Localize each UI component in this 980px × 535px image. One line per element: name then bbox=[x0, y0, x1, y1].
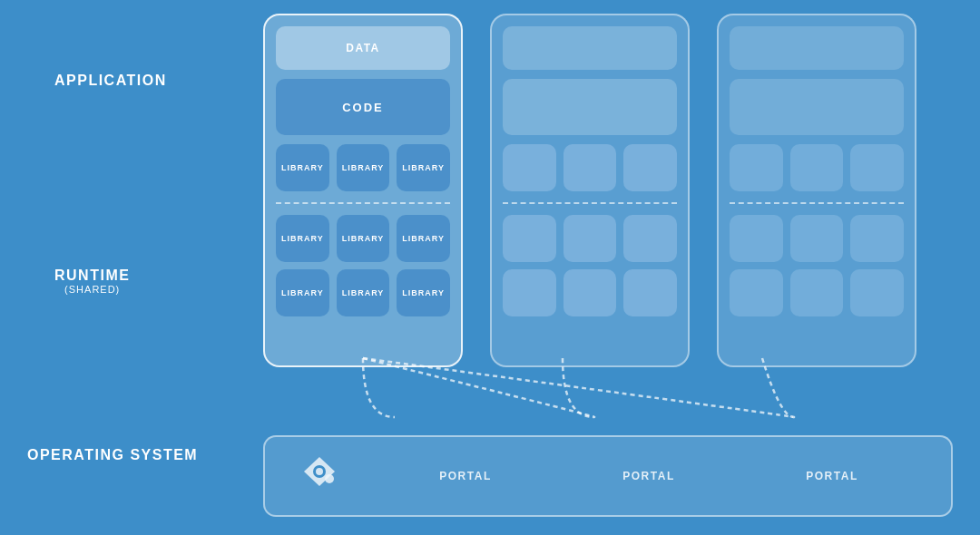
s2-lib-1 bbox=[730, 144, 783, 191]
s2-runtime-lib-1 bbox=[730, 215, 783, 262]
runtime-lib-row1: LIBRARY LIBRARY LIBRARY bbox=[276, 215, 450, 262]
app-libraries-row: LIBRARY LIBRARY LIBRARY bbox=[276, 144, 450, 191]
s1-runtime-lib-2 bbox=[564, 215, 617, 262]
s2-lib-2 bbox=[790, 144, 844, 191]
s1-dashed-divider bbox=[503, 202, 677, 204]
code-block: CODE bbox=[276, 79, 450, 135]
s2-runtime-lib-4 bbox=[730, 269, 783, 316]
s1-runtime-lib-row1 bbox=[503, 215, 677, 262]
app-card-secondary1 bbox=[490, 14, 690, 367]
s1-app-libraries-row bbox=[503, 144, 677, 191]
application-label: APPLICATION bbox=[54, 73, 167, 89]
app-card-secondary2 bbox=[717, 14, 916, 367]
portal-icon-wrapper bbox=[292, 452, 347, 501]
portal-labels: PORTAL PORTAL PORTAL bbox=[374, 470, 924, 482]
diagram: APPLICATION RUNTIME (SHARED) OPERATING S… bbox=[0, 0, 980, 535]
runtime-libraries: LIBRARY LIBRARY LIBRARY LIBRARY LIBRARY … bbox=[276, 215, 450, 316]
lib-box-3: LIBRARY bbox=[397, 144, 450, 191]
lib-box-1: LIBRARY bbox=[276, 144, 329, 191]
diamond-icon bbox=[295, 453, 345, 499]
runtime-lib-3: LIBRARY bbox=[397, 215, 450, 262]
s2-runtime-lib-3 bbox=[850, 215, 904, 262]
s2-runtime-lib-row1 bbox=[730, 215, 904, 262]
portal-label-1: PORTAL bbox=[439, 470, 491, 482]
s1-lib-1 bbox=[503, 144, 556, 191]
s1-runtime-lib-6 bbox=[623, 269, 677, 316]
s2-dashed-divider bbox=[730, 202, 904, 204]
s1-runtime-lib-row2 bbox=[503, 269, 677, 316]
portal-label-3: PORTAL bbox=[806, 470, 858, 482]
s2-lib-3 bbox=[850, 144, 904, 191]
s2-runtime-lib-2 bbox=[790, 215, 844, 262]
s1-runtime-lib-1 bbox=[503, 215, 556, 262]
s2-runtime-lib-5 bbox=[790, 269, 844, 316]
arch-connectors-svg bbox=[263, 354, 953, 435]
runtime-lib-row2: LIBRARY LIBRARY LIBRARY bbox=[276, 269, 450, 316]
svg-point-3 bbox=[325, 474, 334, 483]
s1-runtime-lib-3 bbox=[623, 215, 677, 262]
s1-runtime-lib-5 bbox=[564, 269, 617, 316]
portal-label-2: PORTAL bbox=[622, 470, 674, 482]
lib-box-2: LIBRARY bbox=[337, 144, 390, 191]
os-bar: PORTAL PORTAL PORTAL bbox=[263, 435, 953, 517]
s2-runtime-libraries bbox=[730, 215, 904, 316]
s1-lib-3 bbox=[623, 144, 677, 191]
svg-point-2 bbox=[316, 468, 323, 475]
os-label: OPERATING SYSTEM bbox=[27, 447, 198, 463]
data-block: DATA bbox=[276, 26, 450, 70]
runtime-lib-4: LIBRARY bbox=[276, 269, 329, 316]
apps-row: DATA CODE LIBRARY LIBRARY LIBRARY LIBRAR… bbox=[263, 14, 916, 367]
s2-app-libraries-row bbox=[730, 144, 904, 191]
runtime-lib-2: LIBRARY bbox=[337, 215, 390, 262]
app-card-primary: DATA CODE LIBRARY LIBRARY LIBRARY LIBRAR… bbox=[263, 14, 463, 367]
s2-runtime-lib-6 bbox=[850, 269, 904, 316]
s2-runtime-lib-row2 bbox=[730, 269, 904, 316]
s1-runtime-libraries bbox=[503, 215, 677, 316]
runtime-lib-1: LIBRARY bbox=[276, 215, 329, 262]
runtime-label: RUNTIME (SHARED) bbox=[54, 268, 130, 295]
s1-lib-2 bbox=[564, 144, 617, 191]
runtime-lib-5: LIBRARY bbox=[337, 269, 390, 316]
dashed-divider bbox=[276, 202, 450, 204]
runtime-lib-6: LIBRARY bbox=[397, 269, 450, 316]
s1-runtime-lib-4 bbox=[503, 269, 556, 316]
